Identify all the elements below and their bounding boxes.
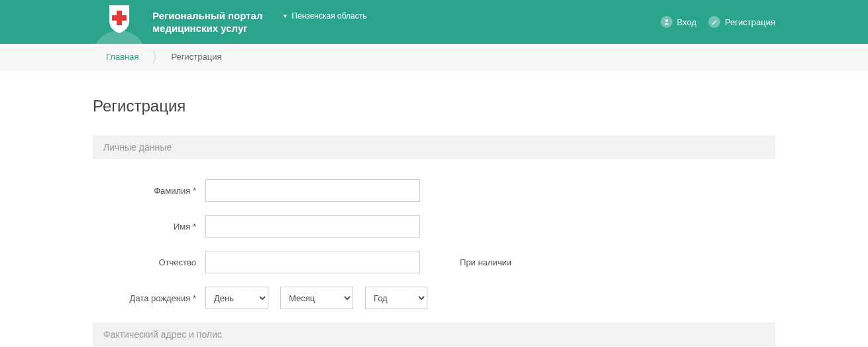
year-select[interactable]: Год <box>365 287 427 309</box>
row-firstname: Имя * <box>93 215 775 238</box>
firstname-input[interactable] <box>205 215 420 238</box>
site-title: Региональный портал медицинских услуг <box>152 9 262 35</box>
section-personal-data: Личные данные <box>93 135 775 159</box>
birthdate-label: Дата рождения * <box>93 293 205 303</box>
login-label: Вход <box>677 17 696 27</box>
lastname-label: Фамилия * <box>93 186 205 196</box>
register-link[interactable]: Регистрация <box>708 16 775 28</box>
pencil-icon <box>708 16 720 28</box>
patronymic-label: Отчество <box>93 257 205 267</box>
row-lastname: Фамилия * <box>93 179 775 202</box>
chevron-down-icon: ▼ <box>282 13 288 19</box>
firstname-label: Имя * <box>93 222 205 232</box>
svg-point-3 <box>665 19 668 22</box>
register-label: Регистрация <box>725 17 775 27</box>
patronymic-hint: При наличии <box>460 257 512 267</box>
month-select[interactable]: Месяц <box>280 287 353 309</box>
site-title-line2: медицинских услуг <box>152 22 262 35</box>
site-title-line1: Региональный портал <box>152 9 262 23</box>
page-title: Регистрация <box>93 97 775 115</box>
breadcrumb: Главная ⟩ Регистрация <box>0 44 868 70</box>
section-address-policy: Фактический адрес и полис <box>93 322 775 346</box>
region-dropdown[interactable]: ▼ Пензенская область <box>282 11 366 21</box>
logo-shield-icon <box>93 0 146 44</box>
user-icon <box>661 16 673 28</box>
row-patronymic: Отчество При наличии <box>93 251 775 273</box>
top-bar: Региональный портал медицинских услуг ▼ … <box>0 0 868 44</box>
svg-rect-2 <box>112 15 127 21</box>
breadcrumb-current: Регистрация <box>158 44 235 70</box>
breadcrumb-home[interactable]: Главная <box>93 44 152 70</box>
region-label: Пензенская область <box>292 11 366 21</box>
breadcrumb-separator-icon: ⟩ <box>152 44 158 70</box>
patronymic-input[interactable] <box>205 251 420 273</box>
day-select[interactable]: День <box>205 287 268 309</box>
main-content: Регистрация Личные данные Фамилия * Имя … <box>93 70 775 346</box>
lastname-input[interactable] <box>205 179 420 202</box>
login-link[interactable]: Вход <box>661 16 696 28</box>
row-birthdate: Дата рождения * День Месяц Год <box>93 287 775 309</box>
